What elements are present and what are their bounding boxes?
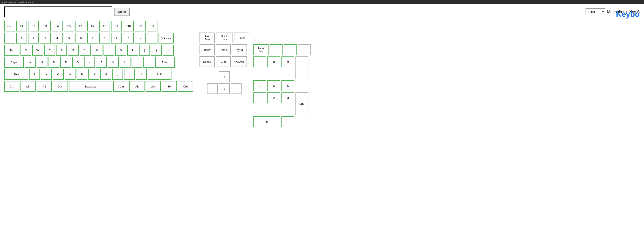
key-lwin[interactable]: Win <box>20 81 36 92</box>
key-semicolon[interactable]: ; <box>132 57 142 68</box>
key-num-0[interactable]: 0 <box>254 116 280 127</box>
key-num-9[interactable]: 9 <box>282 56 294 67</box>
key-f7[interactable]: F7 <box>87 21 98 31</box>
key-num-dot[interactable]: . <box>282 116 294 127</box>
key-k[interactable]: K <box>108 57 118 68</box>
key-f11[interactable]: F11 <box>135 21 146 31</box>
key-i[interactable]: I <box>104 45 114 56</box>
key-end[interactable]: End <box>216 56 231 67</box>
key-spacebar[interactable]: Spacebar <box>69 81 112 92</box>
key-tab[interactable]: Tab <box>4 45 20 56</box>
key-e[interactable]: E <box>44 45 55 56</box>
key-quote[interactable]: ' <box>144 57 154 68</box>
key-num-minus[interactable]: - <box>298 44 310 55</box>
key-left[interactable]: ← <box>207 83 218 94</box>
key-printscreen[interactable]: PrntScrn <box>200 32 214 43</box>
key-numlck[interactable]: NumLck <box>254 44 268 55</box>
key-pgup[interactable]: PgUp <box>232 44 247 55</box>
key-num-enter[interactable]: Entr <box>296 92 308 115</box>
key-7[interactable]: 7 <box>87 33 98 43</box>
key-y[interactable]: Y <box>80 45 90 56</box>
key-p[interactable]: P <box>127 45 138 56</box>
key-9[interactable]: 9 <box>111 33 122 43</box>
key-f12[interactable]: F12 <box>147 21 158 31</box>
key-tilde[interactable]: ~ <box>4 33 15 43</box>
key-f3[interactable]: F3 <box>40 21 51 31</box>
key-f1[interactable]: F1 <box>16 21 27 31</box>
key-num-slash[interactable]: / <box>270 44 282 55</box>
key-g[interactable]: G <box>72 57 83 68</box>
key-rcom[interactable]: Com <box>113 81 128 92</box>
key-b[interactable]: B <box>76 69 87 80</box>
key-num-6[interactable]: 6 <box>282 80 294 91</box>
click-select[interactable]: Click None <box>586 8 605 15</box>
key-o[interactable]: O <box>116 45 126 56</box>
key-rctrl[interactable]: Ctrl <box>178 81 193 92</box>
key-num-8[interactable]: 8 <box>268 56 280 67</box>
key-minus[interactable]: - <box>135 33 146 43</box>
key-x[interactable]: X <box>41 69 52 80</box>
key-plus[interactable]: + <box>147 33 158 43</box>
reset-button[interactable]: Reset <box>114 8 130 16</box>
key-rbrace[interactable]: } <box>151 45 162 56</box>
key-rshift[interactable]: Shift <box>148 69 172 80</box>
key-u[interactable]: U <box>92 45 102 56</box>
key-num-7[interactable]: 7 <box>254 56 266 67</box>
key-sel[interactable]: Sel <box>162 81 177 92</box>
key-num-5[interactable]: 5 <box>268 80 280 91</box>
key-8[interactable]: 8 <box>99 33 110 43</box>
key-esc[interactable]: Esc <box>4 21 15 31</box>
key-m[interactable]: M <box>100 69 111 80</box>
key-num-3[interactable]: 3 <box>282 92 294 103</box>
key-a[interactable]: A <box>25 57 36 68</box>
key-f8[interactable]: F8 <box>99 21 110 31</box>
key-backspace[interactable]: Bckspce <box>158 33 174 43</box>
key-r[interactable]: R <box>56 45 67 56</box>
key-6[interactable]: 6 <box>76 33 86 43</box>
key-caps[interactable]: Caps <box>4 57 24 68</box>
key-v[interactable]: V <box>65 69 76 80</box>
key-lshift[interactable]: Shift <box>4 69 28 80</box>
key-z[interactable]: Z <box>29 69 40 80</box>
key-j[interactable]: J <box>96 57 107 68</box>
key-5[interactable]: 5 <box>64 33 74 43</box>
key-ralt[interactable]: Alt <box>130 81 144 92</box>
key-n[interactable]: N <box>88 69 99 80</box>
key-f[interactable]: F <box>60 57 71 68</box>
key-w[interactable]: W <box>32 45 43 56</box>
key-slash[interactable]: / <box>136 69 147 80</box>
key-f6[interactable]: F6 <box>76 21 86 31</box>
key-num-star[interactable]: * <box>284 44 296 55</box>
key-enter[interactable]: Enter <box>155 57 175 68</box>
key-pgdn[interactable]: PgDwn <box>232 56 247 67</box>
key-4[interactable]: 4 <box>52 33 62 43</box>
key-num-2[interactable]: 2 <box>268 92 280 103</box>
key-home[interactable]: Home <box>216 44 231 55</box>
key-down[interactable]: ↓ <box>219 83 230 94</box>
key-comma[interactable]: , <box>112 69 123 80</box>
key-lcom[interactable]: Com <box>53 81 68 92</box>
key-t[interactable]: T <box>68 45 79 56</box>
key-f9[interactable]: F9 <box>111 21 122 31</box>
key-f2[interactable]: F2 <box>28 21 39 31</box>
key-pause[interactable]: Pause <box>234 32 249 43</box>
key-q[interactable]: Q <box>20 45 31 56</box>
key-num-4[interactable]: 4 <box>254 80 266 91</box>
key-2[interactable]: 2 <box>28 33 39 43</box>
key-rwin[interactable]: Win <box>146 81 161 92</box>
key-backslash[interactable]: \ <box>163 45 174 56</box>
key-lctrl[interactable]: Ctrl <box>4 81 20 92</box>
key-lalt[interactable]: Alt <box>37 81 52 92</box>
key-right[interactable]: → <box>231 83 242 94</box>
key-h[interactable]: H <box>84 57 95 68</box>
key-input[interactable] <box>4 6 112 17</box>
key-f4[interactable]: F4 <box>52 21 62 31</box>
key-insert[interactable]: Insert <box>200 44 214 55</box>
key-d[interactable]: D <box>48 57 59 68</box>
key-c[interactable]: C <box>53 69 64 80</box>
key-up[interactable]: ↑ <box>219 71 230 82</box>
key-delete[interactable]: Delete <box>200 56 214 67</box>
key-num-1[interactable]: 1 <box>254 92 266 103</box>
key-f10[interactable]: F10 <box>123 21 134 31</box>
key-f5[interactable]: F5 <box>64 21 74 31</box>
